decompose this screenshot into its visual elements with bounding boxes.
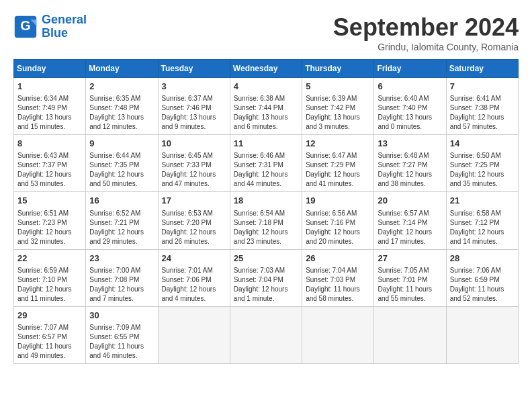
sunset: Sunset: 7:21 PM <box>89 219 139 226</box>
col-header-tuesday: Tuesday <box>158 60 230 78</box>
day-number: 28 <box>450 253 515 265</box>
sunset: Sunset: 7:38 PM <box>450 104 500 111</box>
day-number: 17 <box>162 195 226 207</box>
title-area: September 2024 Grindu, Ialomita County, … <box>333 13 519 52</box>
location: Grindu, Ialomita County, Romania <box>333 42 519 52</box>
sunrise: Sunrise: 6:39 AM <box>306 95 357 102</box>
daylight: Daylight: 13 hours and 12 minutes. <box>89 113 144 130</box>
header-row: SundayMondayTuesdayWednesdayThursdayFrid… <box>14 60 519 78</box>
col-header-friday: Friday <box>374 60 446 78</box>
day-number: 15 <box>17 195 82 207</box>
sunrise: Sunrise: 6:56 AM <box>306 210 357 217</box>
day-number: 4 <box>234 81 298 93</box>
daylight: Daylight: 12 hours and 57 minutes. <box>450 113 504 130</box>
daylight: Daylight: 12 hours and 11 minutes. <box>17 285 72 302</box>
sunset: Sunset: 6:57 PM <box>17 333 67 340</box>
day-number: 20 <box>378 195 442 207</box>
calendar-week-4: 22Sunrise: 6:59 AMSunset: 7:10 PMDayligh… <box>14 249 519 306</box>
calendar-week-2: 8Sunrise: 6:43 AMSunset: 7:37 PMDaylight… <box>14 135 519 192</box>
calendar-cell: 20Sunrise: 6:57 AMSunset: 7:14 PMDayligh… <box>374 192 446 249</box>
sunset: Sunset: 7:12 PM <box>450 219 500 226</box>
day-number: 13 <box>378 138 442 150</box>
calendar-table: SundayMondayTuesdayWednesdayThursdayFrid… <box>13 59 519 364</box>
daylight: Daylight: 11 hours and 55 minutes. <box>378 285 432 302</box>
sunset: Sunset: 7:10 PM <box>17 276 67 283</box>
daylight: Daylight: 12 hours and 53 minutes. <box>17 171 72 187</box>
sunrise: Sunrise: 7:07 AM <box>17 324 69 331</box>
sunrise: Sunrise: 7:05 AM <box>378 267 429 274</box>
day-number: 25 <box>234 253 298 265</box>
daylight: Daylight: 13 hours and 9 minutes. <box>162 113 216 130</box>
sunset: Sunset: 7:14 PM <box>378 219 427 226</box>
calendar-cell: 29Sunrise: 7:07 AMSunset: 6:57 PMDayligh… <box>14 306 86 363</box>
calendar-cell: 21Sunrise: 6:58 AMSunset: 7:12 PMDayligh… <box>446 192 518 249</box>
svg-text:G: G <box>20 18 30 33</box>
sunset: Sunset: 7:49 PM <box>17 104 67 111</box>
day-number: 6 <box>378 81 442 93</box>
sunrise: Sunrise: 6:53 AM <box>162 210 213 217</box>
calendar-week-1: 1Sunrise: 6:34 AMSunset: 7:49 PMDaylight… <box>14 78 519 135</box>
calendar-cell: 19Sunrise: 6:56 AMSunset: 7:16 PMDayligh… <box>302 192 374 249</box>
calendar-cell: 2Sunrise: 6:35 AMSunset: 7:48 PMDaylight… <box>86 78 158 135</box>
daylight: Daylight: 12 hours and 20 minutes. <box>306 228 360 245</box>
logo-icon: G <box>13 15 38 39</box>
sunrise: Sunrise: 6:38 AM <box>234 95 285 102</box>
sunrise: Sunrise: 6:54 AM <box>234 210 285 217</box>
calendar-cell: 27Sunrise: 7:05 AMSunset: 7:01 PMDayligh… <box>374 249 446 306</box>
day-number: 7 <box>450 81 515 93</box>
day-number: 3 <box>162 81 226 93</box>
calendar-cell: 1Sunrise: 6:34 AMSunset: 7:49 PMDaylight… <box>14 78 86 135</box>
calendar-cell: 12Sunrise: 6:47 AMSunset: 7:29 PMDayligh… <box>302 135 374 192</box>
sunset: Sunset: 7:42 PM <box>306 104 355 111</box>
sunrise: Sunrise: 7:09 AM <box>89 324 140 331</box>
calendar-cell: 6Sunrise: 6:40 AMSunset: 7:40 PMDaylight… <box>374 78 446 135</box>
sunset: Sunset: 7:06 PM <box>162 276 212 283</box>
calendar-cell <box>158 306 230 363</box>
daylight: Daylight: 13 hours and 3 minutes. <box>306 113 360 130</box>
daylight: Daylight: 12 hours and 38 minutes. <box>378 171 432 187</box>
daylight: Daylight: 12 hours and 4 minutes. <box>162 285 216 302</box>
sunset: Sunset: 6:55 PM <box>89 333 139 340</box>
calendar-cell: 5Sunrise: 6:39 AMSunset: 7:42 PMDaylight… <box>302 78 374 135</box>
daylight: Daylight: 12 hours and 41 minutes. <box>306 171 360 187</box>
calendar-cell: 22Sunrise: 6:59 AMSunset: 7:10 PMDayligh… <box>14 249 86 306</box>
sunset: Sunset: 7:29 PM <box>306 161 355 169</box>
month-title: September 2024 <box>333 13 519 42</box>
day-number: 14 <box>450 138 515 150</box>
day-number: 27 <box>378 253 442 265</box>
sunset: Sunset: 7:03 PM <box>306 276 355 283</box>
day-number: 26 <box>306 253 370 265</box>
sunset: Sunset: 7:44 PM <box>234 104 283 111</box>
calendar-cell: 26Sunrise: 7:04 AMSunset: 7:03 PMDayligh… <box>302 249 374 306</box>
day-number: 12 <box>306 138 370 150</box>
calendar-cell: 17Sunrise: 6:53 AMSunset: 7:20 PMDayligh… <box>158 192 230 249</box>
logo-text: General Blue <box>42 13 87 40</box>
page-header: G General Blue September 2024 Grindu, Ia… <box>13 13 519 52</box>
daylight: Daylight: 11 hours and 46 minutes. <box>89 342 144 359</box>
sunset: Sunset: 7:04 PM <box>234 276 283 283</box>
logo-line2: Blue <box>42 26 68 40</box>
day-number: 23 <box>89 253 154 265</box>
daylight: Daylight: 12 hours and 17 minutes. <box>378 228 432 245</box>
daylight: Daylight: 12 hours and 50 minutes. <box>89 171 144 187</box>
day-number: 1 <box>17 81 82 93</box>
calendar-cell <box>446 306 518 363</box>
calendar-cell: 28Sunrise: 7:06 AMSunset: 6:59 PMDayligh… <box>446 249 518 306</box>
daylight: Daylight: 12 hours and 26 minutes. <box>162 228 216 245</box>
day-number: 8 <box>17 138 82 150</box>
sunrise: Sunrise: 7:04 AM <box>306 267 357 274</box>
calendar-cell: 25Sunrise: 7:03 AMSunset: 7:04 PMDayligh… <box>230 249 302 306</box>
sunset: Sunset: 7:16 PM <box>306 219 355 226</box>
sunset: Sunset: 7:31 PM <box>234 161 283 169</box>
sunrise: Sunrise: 6:34 AM <box>17 95 69 102</box>
day-number: 10 <box>162 138 226 150</box>
calendar-cell: 10Sunrise: 6:45 AMSunset: 7:33 PMDayligh… <box>158 135 230 192</box>
day-number: 2 <box>89 81 154 93</box>
calendar-cell: 4Sunrise: 6:38 AMSunset: 7:44 PMDaylight… <box>230 78 302 135</box>
daylight: Daylight: 12 hours and 47 minutes. <box>162 171 216 187</box>
calendar-cell: 13Sunrise: 6:48 AMSunset: 7:27 PMDayligh… <box>374 135 446 192</box>
calendar-cell: 9Sunrise: 6:44 AMSunset: 7:35 PMDaylight… <box>86 135 158 192</box>
sunset: Sunset: 7:20 PM <box>162 219 212 226</box>
sunrise: Sunrise: 6:43 AM <box>17 152 69 159</box>
calendar-cell <box>374 306 446 363</box>
